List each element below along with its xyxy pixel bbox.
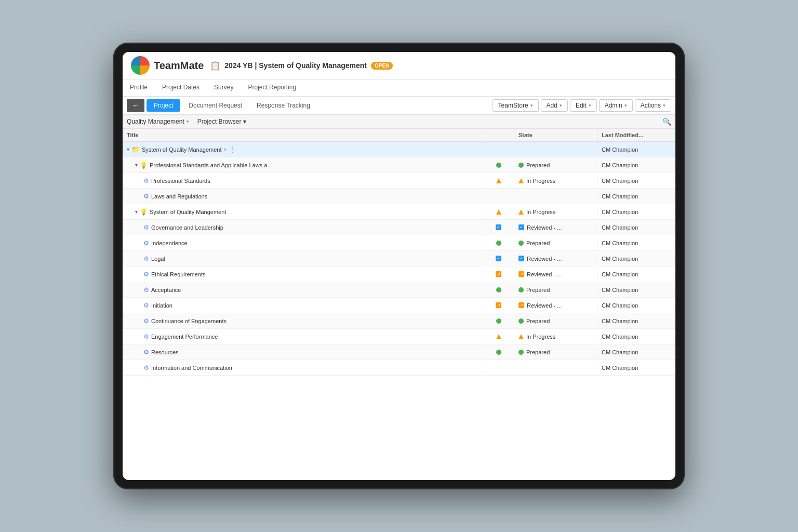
row-label[interactable]: Ethical Requirements: [151, 271, 206, 277]
row-label[interactable]: Professional Standards and Applicable La…: [150, 162, 272, 168]
row-label[interactable]: System of Quality Management: [142, 147, 221, 153]
cm-champion-cell: CM Champion: [597, 363, 675, 373]
row-label[interactable]: Laws and Regulations: [151, 193, 207, 200]
bulb-icon: 💡: [140, 162, 148, 169]
title-cell: ⚙Professional Standards: [123, 175, 483, 187]
cm-champion-cell: CM Champion: [597, 176, 675, 186]
expand-chevron-icon[interactable]: ▾: [127, 147, 129, 152]
row-label[interactable]: Engagement Performance: [151, 334, 218, 340]
state-text: In Progress: [526, 209, 555, 215]
table-header: Title State Last Modified...: [123, 129, 675, 142]
title-cell: ⚙Initiation: [123, 300, 483, 311]
status-cell: [483, 176, 514, 185]
state-dot-green: [518, 241, 524, 246]
state-dot-green: [518, 287, 524, 292]
state-cell: In Progress: [514, 331, 597, 342]
tab-document-request[interactable]: Document Request: [182, 99, 248, 112]
state-text: Prepared: [526, 287, 550, 293]
status-reviewed-icon: ↗: [496, 302, 501, 308]
state-text: Reviewed - ...: [527, 302, 562, 309]
cm-champion-cell: CM Champion: [597, 285, 675, 295]
status-cell: [483, 285, 514, 295]
status-triangle-icon: [496, 334, 501, 339]
app-title: TeamMate: [154, 60, 204, 72]
row-label[interactable]: Continuance of Engagements: [151, 318, 227, 324]
th-lastmod: Last Modified...: [597, 129, 675, 141]
tab-profile[interactable]: Profile: [123, 79, 155, 96]
state-text: Prepared: [526, 318, 550, 324]
gear-icon: ⚙: [143, 255, 149, 262]
status-dot-green: [496, 163, 501, 168]
title-cell: ⚙Governance and Leadership: [123, 222, 483, 233]
tab-project[interactable]: Project: [147, 99, 180, 112]
cm-champion-cell: CM Champion: [597, 316, 675, 326]
status-cell: [483, 148, 514, 152]
filter-row: Quality Management ▾ Project Browser ▾ 🔍: [123, 115, 675, 129]
state-text: Reviewed - ...: [527, 271, 562, 277]
status-cell: ↗: [483, 300, 514, 310]
state-cell: Prepared: [514, 347, 597, 357]
search-icon[interactable]: 🔍: [662, 117, 671, 126]
back-button[interactable]: ←: [127, 99, 144, 112]
th-title: Title: [123, 129, 483, 141]
tab-project-reporting[interactable]: Project Reporting: [241, 79, 303, 96]
row-label[interactable]: Initiation: [151, 302, 172, 309]
gear-icon: ⚙: [143, 271, 149, 278]
gear-icon: ⚙: [143, 177, 149, 184]
table-row: ⚙Information and CommunicationCM Champio…: [123, 360, 675, 376]
table-row: ⚙Laws and RegulationsCM Champion: [123, 189, 675, 204]
edit-chevron: ▾: [589, 103, 591, 108]
state-triangle-icon: [518, 209, 524, 215]
status-reviewed-icon: ↗: [496, 271, 501, 277]
edit-button[interactable]: Edit ▾: [570, 99, 597, 112]
gear-icon: ⚙: [143, 364, 149, 371]
row-label[interactable]: Independence: [151, 240, 188, 246]
table-row: ⚙Continuance of EngagementsPreparedCM Ch…: [123, 313, 675, 329]
folder-icon: 📁: [131, 145, 140, 153]
state-dot-green: [518, 163, 524, 168]
table-row: ⚙Ethical Requirements↗↗Reviewed - ...CM …: [123, 267, 675, 282]
quality-management-filter[interactable]: Quality Management ▾: [127, 118, 189, 125]
project-browser-filter[interactable]: Project Browser ▾: [197, 118, 247, 125]
table-row: ⚙Initiation↗↗Reviewed - ...CM Champion: [123, 298, 675, 313]
add-button[interactable]: Add ▾: [541, 99, 568, 112]
kebab-menu-icon[interactable]: ⋮: [229, 145, 236, 154]
tab-project-dates[interactable]: Project Dates: [155, 79, 207, 96]
title-cell: ⚙Independence: [123, 237, 483, 249]
row-label[interactable]: Information and Communication: [151, 365, 232, 371]
gear-icon: ⚙: [143, 224, 149, 231]
state-cell: ✓Reviewed - ...: [514, 222, 597, 233]
gear-icon: ⚙: [143, 240, 149, 247]
teamstore-button[interactable]: TeamStore ▾: [493, 99, 539, 112]
tab-survey[interactable]: Survey: [207, 79, 241, 96]
status-dot-green: [496, 318, 501, 324]
top-bar: TeamMate 📋 2024 YB | System of Quality M…: [123, 52, 675, 79]
table-row: ⚙Governance and Leadership✓✓Reviewed - .…: [123, 220, 675, 235]
expand-chevron-icon[interactable]: ▾: [135, 209, 138, 215]
state-text: In Progress: [526, 178, 555, 184]
row-label[interactable]: System of Quality Mangement: [150, 209, 226, 215]
status-cell: ↗: [483, 269, 514, 279]
admin-button[interactable]: Admin ▾: [599, 99, 633, 112]
th-state: State: [514, 129, 597, 141]
cm-champion-cell: CM Champion: [597, 144, 675, 155]
quality-filter-chevron: ▾: [187, 119, 189, 124]
row-label[interactable]: Governance and Leadership: [151, 224, 223, 231]
bulb-icon: 💡: [140, 208, 148, 216]
title-cell: ⚙Acceptance: [123, 284, 483, 296]
row-label[interactable]: Acceptance: [151, 287, 181, 293]
title-cell: ▾💡Professional Standards and Applicable …: [123, 159, 483, 171]
row-label[interactable]: Resources: [151, 349, 179, 355]
state-cell: Prepared: [514, 316, 597, 326]
title-cell: ▾💡System of Quality Mangement: [123, 206, 483, 218]
row-label[interactable]: Professional Standards: [151, 178, 210, 184]
expand-chevron-icon[interactable]: ▾: [135, 162, 138, 168]
state-reviewed-icon: ↗: [518, 302, 524, 308]
actions-button[interactable]: Actions ▾: [635, 99, 671, 112]
expand-arrows-icon[interactable]: »: [223, 147, 227, 152]
title-cell: ⚙Ethical Requirements: [123, 269, 483, 280]
row-label[interactable]: Legal: [151, 256, 165, 262]
tab-response-tracking[interactable]: Response Tracking: [250, 99, 316, 112]
cm-champion-cell: CM Champion: [597, 254, 675, 264]
status-cell: [483, 366, 514, 370]
